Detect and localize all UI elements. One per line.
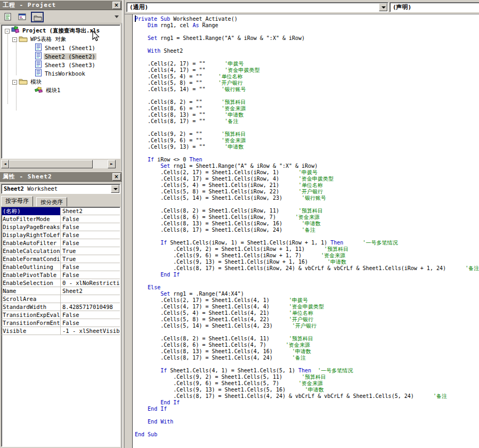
- property-name[interactable]: Name: [2, 287, 61, 295]
- code-line: .Cells(9, 13) = Sheet1.Cells(iRow + 1, 1…: [135, 259, 479, 265]
- code-line: Set rng1 = Sheet1.Range("A" & iRow & ":X…: [135, 163, 479, 169]
- property-row: ScrollArea: [2, 295, 120, 303]
- property-value[interactable]: False: [61, 319, 120, 327]
- tree-item[interactable]: ThisWorkbook: [2, 69, 120, 77]
- property-value[interactable]: -1 - xlSheetVisible: [61, 327, 120, 335]
- tree-item[interactable]: Sheet1 (Sheet1): [2, 43, 120, 52]
- tree-item-label[interactable]: 模块1: [45, 87, 61, 93]
- project-horizontal-scrollbar: ◄ ►: [1, 160, 116, 168]
- tree-item[interactable]: Sheet3 (Sheet3): [2, 60, 120, 69]
- property-name[interactable]: DisplayRightToLeft: [2, 231, 61, 239]
- property-name[interactable]: EnableOutlining: [2, 263, 61, 271]
- code-line: Private Sub Worksheet_Activate(): [135, 16, 479, 22]
- property-value[interactable]: False: [61, 231, 120, 239]
- tree-item-label[interactable]: Sheet3 (Sheet3): [44, 62, 96, 68]
- project-close-button[interactable]: ×: [112, 2, 121, 9]
- property-value[interactable]: False: [61, 239, 120, 247]
- code-line: .Cells(5, 14) = "" '银行账号: [135, 86, 479, 93]
- property-row: EnableOutliningFalse: [2, 263, 120, 271]
- property-row: AutoFilterModeFalse: [2, 215, 120, 223]
- property-value[interactable]: False: [61, 215, 120, 223]
- tree-item[interactable]: -WPS表格 对象: [2, 35, 120, 43]
- scroll-left-button[interactable]: ◄: [1, 160, 9, 168]
- property-row: DisplayPageBreaksFalse: [2, 223, 120, 231]
- property-name[interactable]: EnablePivotTable: [2, 271, 61, 279]
- property-value[interactable]: 0 - xlNoRestrictions: [61, 279, 120, 287]
- property-value[interactable]: True: [61, 247, 120, 255]
- project-title: 工程 - Project: [3, 2, 56, 9]
- properties-close-button[interactable]: ×: [112, 173, 121, 181]
- combobox-dropdown-arrow-icon[interactable]: [111, 185, 119, 193]
- tree-item-label[interactable]: ThisWorkbook: [44, 70, 86, 77]
- code-line: .Cells(8, 6) = Sheet1.Cells(iRow, 7) '资金…: [135, 214, 479, 221]
- object-dropdown-value: (通用): [129, 4, 148, 11]
- property-name[interactable]: EnableFormatConditionsCalculation: [2, 255, 61, 263]
- code-line: .Cells(4, 17) = "" '资金申拨类型: [135, 67, 479, 74]
- object-selector-combobox[interactable]: Sheet2 Worksheet: [1, 184, 120, 194]
- view-code-button[interactable]: [2, 12, 15, 22]
- property-name[interactable]: DisplayPageBreaks: [2, 223, 61, 231]
- folder-icon: [19, 35, 28, 44]
- procedure-dropdown[interactable]: (声明): [389, 2, 479, 12]
- code-line: .Cells(4, 17) = Sheet1.Cells(4, 4) '资金申拨…: [135, 304, 479, 310]
- scroll-right-button[interactable]: ►: [108, 160, 116, 168]
- tree-item-label[interactable]: Sheet1 (Sheet1): [44, 45, 96, 51]
- code-editor[interactable]: Private Sub Worksheet_Activate() Dim rng…: [135, 16, 479, 448]
- property-value[interactable]: True: [61, 255, 120, 263]
- code-line: If Sheet1.Cells(4, 1) = Sheet1.Cells(5, …: [135, 368, 479, 374]
- toggle-folders-button[interactable]: [31, 12, 44, 22]
- property-value[interactable]: [61, 295, 120, 303]
- tree-item-label[interactable]: Project (直接查询导出.xls: [21, 27, 101, 34]
- code-line: .Cells(5, 8) = Sheet1.Cells(4, 22) '开户银行: [135, 316, 479, 323]
- property-name[interactable]: (名称): [2, 207, 61, 215]
- view-object-button[interactable]: [17, 12, 29, 22]
- code-line: [135, 278, 479, 284]
- property-name[interactable]: AutoFilterMode: [2, 215, 61, 223]
- properties-titlebar: 属性 - Sheet2 ×: [0, 172, 122, 182]
- tree-item-label[interactable]: WPS表格 对象: [29, 36, 67, 42]
- scrollbar-thumb[interactable]: [9, 160, 93, 168]
- property-name[interactable]: TransitionFormEntry: [2, 319, 61, 327]
- property-value[interactable]: Sheet2: [61, 287, 120, 295]
- close-icon: ×: [114, 2, 119, 8]
- code-line: .Cells(5, 8) = "" '开户银行: [135, 80, 479, 86]
- mouse-cursor: [92, 30, 100, 44]
- object-dropdown[interactable]: (通用): [126, 2, 388, 12]
- property-name[interactable]: TransitionExpEval: [2, 311, 61, 319]
- toolbar-overflow-arrow-icon[interactable]: [115, 15, 119, 18]
- tree-expander-icon[interactable]: -: [12, 37, 17, 42]
- tree-item[interactable]: -Project (直接查询导出.xls: [2, 26, 120, 35]
- tree-item-label[interactable]: Sheet2 (Sheet2): [44, 53, 96, 60]
- code-line: [135, 233, 479, 240]
- object-dropdown-arrow-icon[interactable]: [379, 3, 387, 11]
- property-value[interactable]: 8.4285717010498: [61, 303, 120, 311]
- code-line: [135, 361, 479, 368]
- property-name[interactable]: EnableSelection: [2, 279, 61, 287]
- property-name[interactable]: Visible: [2, 327, 61, 335]
- code-line: Dim rng1, cel As Range: [135, 22, 479, 29]
- property-row: EnablePivotTableFalse: [2, 271, 120, 279]
- procedure-dropdown-value: (声明): [393, 4, 411, 11]
- tree-item[interactable]: 模块1: [2, 86, 120, 94]
- code-line: [135, 201, 479, 208]
- property-value[interactable]: False: [61, 263, 120, 271]
- tab-categorized[interactable]: 按分类序: [36, 197, 67, 207]
- tree-expander-icon[interactable]: -: [5, 29, 10, 34]
- property-name[interactable]: EnableAutoFilter: [2, 239, 61, 247]
- property-value[interactable]: Sheet2: [61, 207, 120, 215]
- property-name[interactable]: StandardWidth: [2, 303, 61, 311]
- property-value[interactable]: False: [61, 271, 120, 279]
- property-value[interactable]: False: [61, 223, 120, 231]
- project-explorer: 工程 - Project ×: [0, 0, 122, 172]
- property-row: StandardWidth8.4285717010498: [2, 303, 120, 311]
- code-line: [135, 412, 479, 419]
- property-name[interactable]: EnableCalculation: [2, 247, 61, 255]
- property-name[interactable]: ScrollArea: [2, 295, 61, 303]
- tree-item-label[interactable]: 模块: [29, 78, 43, 85]
- tree-item[interactable]: Sheet2 (Sheet2): [2, 52, 120, 60]
- tab-alphabetic[interactable]: 按字母序: [1, 196, 33, 207]
- tree-item[interactable]: -模块: [2, 77, 120, 86]
- code-line: .Cells(4, 17) = Sheet1.Cells(iRow, 4) '资…: [135, 176, 479, 182]
- property-value[interactable]: False: [61, 311, 120, 319]
- tree-expander-icon[interactable]: -: [12, 80, 17, 85]
